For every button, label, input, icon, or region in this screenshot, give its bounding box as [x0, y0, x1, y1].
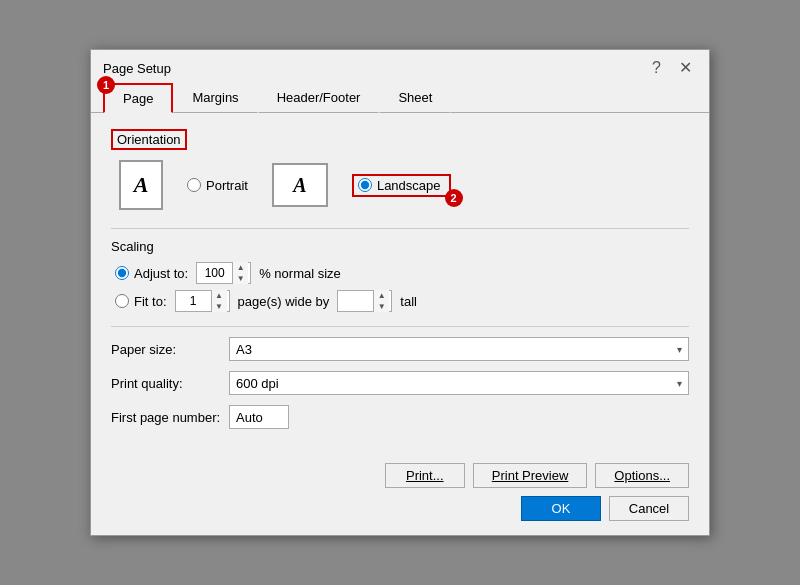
print-quality-arrow: ▾ [677, 378, 682, 389]
orientation-row: A Portrait A Landscape 2 [111, 160, 689, 210]
tab-bar: 1 Page Margins Header/Footer Sheet [91, 82, 709, 113]
tab-sheet[interactable]: Sheet [379, 83, 451, 113]
fit-wide-up[interactable]: ▲ [212, 290, 227, 301]
landscape-badge: 2 [445, 189, 463, 207]
landscape-option[interactable]: Landscape [352, 174, 451, 197]
paper-size-value: A3 [236, 342, 252, 357]
portrait-icon: A [119, 160, 163, 210]
fit-wide-arrows: ▲ ▼ [211, 290, 227, 312]
tab-header-footer[interactable]: Header/Footer [258, 83, 380, 113]
bottom-area: Print... Print Preview Options... OK Can… [91, 453, 709, 535]
print-button[interactable]: Print... [385, 463, 465, 488]
paper-size-arrow: ▾ [677, 344, 682, 355]
adjust-row: Adjust to: ▲ ▼ % normal size [111, 262, 689, 284]
adjust-label: Adjust to: [134, 266, 188, 281]
cancel-button[interactable]: Cancel [609, 496, 689, 521]
divider-2 [111, 326, 689, 327]
landscape-label: Landscape [377, 178, 441, 193]
adjust-radio[interactable] [115, 266, 129, 280]
adjust-arrows: ▲ ▼ [232, 262, 248, 284]
fit-wide-down[interactable]: ▼ [212, 301, 227, 312]
help-button[interactable]: ? [647, 58, 666, 78]
print-quality-label: Print quality: [111, 376, 221, 391]
page-setup-dialog: Page Setup ? ✕ 1 Page Margins Header/Foo… [90, 49, 710, 536]
landscape-group: Landscape 2 [352, 174, 451, 197]
orientation-label: Orientation [111, 129, 187, 150]
adjust-spinner[interactable]: ▲ ▼ [196, 262, 251, 284]
landscape-icon: A [272, 163, 328, 207]
adjust-up-arrow[interactable]: ▲ [233, 262, 248, 273]
adjust-value-input[interactable] [197, 264, 232, 282]
paper-size-label: Paper size: [111, 342, 221, 357]
fit-tall-up[interactable]: ▲ [374, 290, 389, 301]
dialog-title: Page Setup [103, 61, 171, 76]
fit-tall-arrows: ▲ ▼ [373, 290, 389, 312]
options-button[interactable]: Options... [595, 463, 689, 488]
print-quality-value: 600 dpi [236, 376, 279, 391]
print-quality-dropdown[interactable]: 600 dpi ▾ [229, 371, 689, 395]
first-page-label: First page number: [111, 410, 221, 425]
fit-pages-wide-spinner[interactable]: ▲ ▼ [175, 290, 230, 312]
divider-1 [111, 228, 689, 229]
title-bar: Page Setup ? ✕ [91, 50, 709, 82]
adjust-unit: % normal size [259, 266, 341, 281]
tab-page-wrapper: 1 Page [103, 82, 173, 112]
tab-margins[interactable]: Margins [173, 83, 257, 113]
close-button[interactable]: ✕ [674, 58, 697, 78]
print-preview-button[interactable]: Print Preview [473, 463, 588, 488]
paper-size-dropdown[interactable]: A3 ▾ [229, 337, 689, 361]
fit-label: Fit to: [134, 294, 167, 309]
paper-size-row: Paper size: A3 ▾ [111, 337, 689, 361]
fit-pages-tall-spinner[interactable]: ▲ ▼ [337, 290, 392, 312]
portrait-label: Portrait [206, 178, 248, 193]
portrait-radio[interactable] [187, 178, 201, 192]
fit-tall-down[interactable]: ▼ [374, 301, 389, 312]
first-page-input[interactable] [229, 405, 289, 429]
title-bar-controls: ? ✕ [647, 58, 697, 78]
scaling-section: Scaling Adjust to: ▲ ▼ % normal size [111, 239, 689, 312]
landscape-radio[interactable] [358, 178, 372, 192]
bottom-btn-row-top: Print... Print Preview Options... [111, 463, 689, 488]
fit-unit-wide: page(s) wide by [238, 294, 330, 309]
fit-wide-input[interactable] [176, 292, 211, 310]
scaling-title: Scaling [111, 239, 689, 254]
tab-page-badge: 1 [97, 76, 115, 94]
orientation-section: Orientation A Portrait A Landscape 2 [111, 129, 689, 210]
fit-unit-tall: tall [400, 294, 417, 309]
fit-option[interactable]: Fit to: [115, 294, 167, 309]
fit-row: Fit to: ▲ ▼ page(s) wide by ▲ ▼ [111, 290, 689, 312]
dialog-content: Orientation A Portrait A Landscape 2 [91, 113, 709, 453]
print-quality-row: Print quality: 600 dpi ▾ [111, 371, 689, 395]
fit-tall-input[interactable] [338, 292, 373, 310]
adjust-option[interactable]: Adjust to: [115, 266, 188, 281]
bottom-btn-row-bottom: OK Cancel [111, 496, 689, 521]
adjust-down-arrow[interactable]: ▼ [233, 273, 248, 284]
ok-button[interactable]: OK [521, 496, 601, 521]
portrait-option[interactable]: Portrait [187, 178, 248, 193]
first-page-row: First page number: [111, 405, 689, 429]
fit-radio[interactable] [115, 294, 129, 308]
